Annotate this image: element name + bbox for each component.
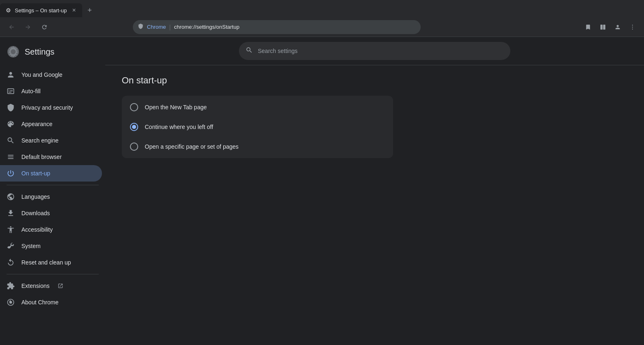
external-link-icon <box>58 283 63 289</box>
address-bar[interactable]: Chrome | chrome://settings/onStartup <box>133 20 421 34</box>
sidebar-label-autofill: Auto-fill <box>21 88 41 94</box>
sidebar-item-autofill[interactable]: Auto-fill <box>0 83 102 99</box>
svg-point-3 <box>632 27 633 28</box>
radio-btn-new-tab[interactable] <box>130 103 138 111</box>
sidebar-item-default-browser[interactable]: Default browser <box>0 149 102 165</box>
radio-btn-specific-page[interactable] <box>130 143 138 151</box>
sidebar-item-languages[interactable]: Languages <box>0 189 102 205</box>
search-bar[interactable] <box>239 42 510 60</box>
palette-icon <box>7 120 15 128</box>
sidebar-label-accessibility: Accessibility <box>21 226 53 233</box>
tab-bar: ⚙ Settings – On start-up ✕ + <box>0 0 644 17</box>
sidebar-label-on-startup: On start-up <box>21 170 50 177</box>
tab-favicon: ⚙ <box>5 7 12 14</box>
radio-option-continue[interactable]: Continue where you left off <box>122 117 393 137</box>
power-icon <box>7 169 15 177</box>
badge-icon <box>7 87 15 95</box>
forward-button[interactable] <box>21 21 35 34</box>
tab-title: Settings – On start-up <box>15 7 67 14</box>
wrench-icon <box>7 242 15 250</box>
new-tab-button[interactable]: + <box>84 5 95 16</box>
download-icon <box>7 209 15 217</box>
search-icon <box>246 46 253 56</box>
radio-option-new-tab[interactable]: Open the New Tab page <box>122 97 393 117</box>
reset-icon <box>7 258 15 267</box>
search-container <box>105 37 644 65</box>
sidebar-label-system: System <box>21 243 41 249</box>
puzzle-icon <box>7 282 15 290</box>
sidebar-item-privacy-security[interactable]: Privacy and security <box>0 99 102 116</box>
sidebar-divider-1 <box>7 185 99 185</box>
sidebar-label-appearance: Appearance <box>21 121 53 127</box>
search-input[interactable] <box>258 48 504 54</box>
sidebar-label-search-engine: Search engine <box>21 137 58 144</box>
svg-rect-0 <box>600 25 602 30</box>
browser-frame: ⚙ Settings – On start-up ✕ + Chrome | ch… <box>0 0 644 345</box>
settings-title: Settings <box>25 47 54 57</box>
sidebar-item-you-and-google[interactable]: You and Google <box>0 67 102 83</box>
main-layout: Settings You and Google Auto-fill Pri <box>0 37 644 345</box>
bookmark-button[interactable] <box>581 21 595 34</box>
search-icon <box>7 136 15 145</box>
radio-label-continue: Continue where you left off <box>145 124 213 130</box>
shield-icon <box>7 104 15 112</box>
sidebar-header: Settings <box>0 40 105 63</box>
startup-options-card: Open the New Tab page Continue where you… <box>122 96 393 158</box>
sidebar-label-reset-cleanup: Reset and clean up <box>21 259 71 266</box>
sidebar-item-reset-cleanup[interactable]: Reset and clean up <box>0 254 102 271</box>
sidebar: Settings You and Google Auto-fill Pri <box>0 37 105 345</box>
radio-btn-continue-inner <box>132 125 136 129</box>
sidebar-item-about-chrome[interactable]: About Chrome <box>0 294 102 310</box>
radio-btn-continue[interactable] <box>130 123 138 131</box>
radio-label-specific-page: Open a specific page or set of pages <box>145 143 239 150</box>
sidebar-label-you-and-google: You and Google <box>21 71 63 78</box>
sidebar-label-privacy-security: Privacy and security <box>21 104 73 111</box>
globe-icon <box>7 193 15 201</box>
sidebar-item-search-engine[interactable]: Search engine <box>0 132 102 149</box>
sidebar-item-extensions[interactable]: Extensions <box>0 278 102 294</box>
sidebar-item-accessibility[interactable]: Accessibility <box>0 221 102 238</box>
browser-icon <box>7 153 15 161</box>
svg-rect-1 <box>603 25 605 30</box>
content-area: On start-up Open the New Tab page Contin… <box>105 65 644 345</box>
secure-icon <box>138 23 144 30</box>
sidebar-label-extensions: Extensions <box>21 283 49 289</box>
svg-point-4 <box>632 28 633 29</box>
back-button[interactable] <box>5 21 18 34</box>
radio-option-specific-page[interactable]: Open a specific page or set of pages <box>122 137 393 156</box>
address-chrome-text: Chrome <box>147 24 166 30</box>
svg-point-2 <box>632 25 633 25</box>
sidebar-item-appearance[interactable]: Appearance <box>0 116 102 132</box>
page-title: On start-up <box>122 75 628 86</box>
sidebar-item-on-startup[interactable]: On start-up <box>0 165 102 182</box>
settings-logo <box>7 45 20 58</box>
menu-button[interactable] <box>626 21 639 34</box>
active-tab[interactable]: ⚙ Settings – On start-up ✕ <box>0 3 82 17</box>
nav-bar: Chrome | chrome://settings/onStartup <box>0 17 644 37</box>
address-separator: | <box>169 24 171 30</box>
address-path: chrome://settings/onStartup <box>174 24 239 30</box>
reload-button[interactable] <box>38 21 51 34</box>
accessibility-icon <box>7 225 15 234</box>
sidebar-label-downloads: Downloads <box>21 210 50 216</box>
person-icon <box>7 71 15 79</box>
split-view-button[interactable] <box>596 21 609 34</box>
radio-label-new-tab: Open the New Tab page <box>145 104 207 110</box>
profile-button[interactable] <box>611 21 624 34</box>
chrome-logo-icon <box>7 298 15 306</box>
sidebar-item-system[interactable]: System <box>0 238 102 254</box>
sidebar-label-languages: Languages <box>21 193 50 200</box>
nav-actions <box>581 21 639 34</box>
sidebar-label-default-browser: Default browser <box>21 154 62 160</box>
sidebar-item-downloads[interactable]: Downloads <box>0 205 102 221</box>
sidebar-label-about-chrome: About Chrome <box>21 299 58 306</box>
sidebar-divider-2 <box>7 274 99 274</box>
tab-close-button[interactable]: ✕ <box>71 7 77 14</box>
